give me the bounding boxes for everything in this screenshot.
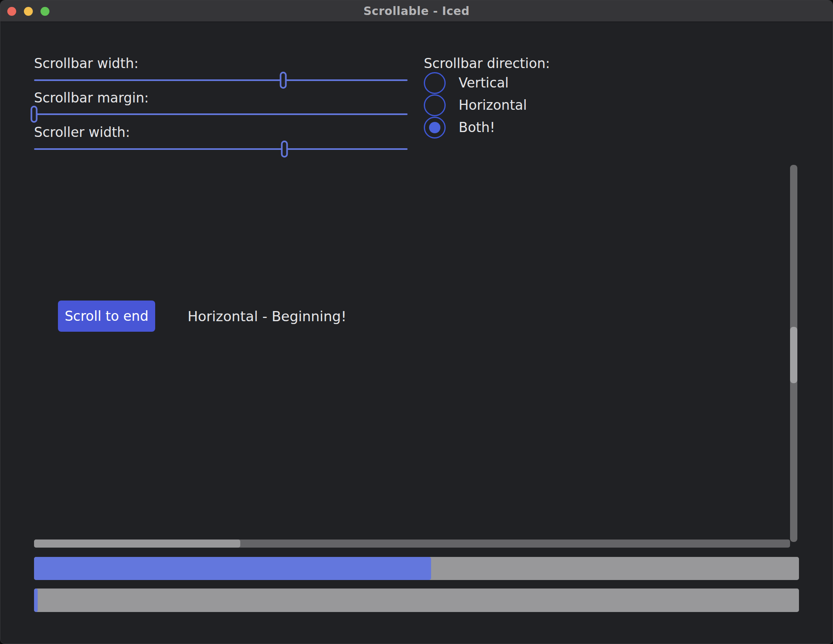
scroller-width-slider[interactable] (34, 140, 408, 158)
radio-circle[interactable] (424, 117, 446, 139)
scroll-to-end-button[interactable]: Scroll to end (58, 301, 155, 332)
minimize-icon[interactable] (24, 7, 33, 16)
vertical-scrollbar-thumb[interactable] (790, 327, 797, 383)
app-window: Scrollable - Iced Scrollbar width: Scrol… (0, 0, 833, 644)
radio-circle[interactable] (424, 72, 446, 94)
close-icon[interactable] (7, 7, 16, 16)
slider-rail[interactable] (34, 113, 408, 115)
slider-handle[interactable] (31, 106, 38, 123)
radio-circle[interactable] (424, 94, 446, 116)
slider-handle[interactable] (280, 72, 286, 89)
radio-horizontal[interactable]: Horizontal (424, 94, 527, 116)
scrollbar-width-slider[interactable] (34, 71, 408, 89)
vertical-progress-bar (34, 589, 799, 612)
radio-label: Vertical (459, 75, 509, 91)
horizontal-scrollbar-track[interactable] (34, 540, 790, 548)
radio-label: Both! (459, 119, 495, 135)
radio-label: Horizontal (459, 97, 527, 113)
radio-dot (429, 122, 440, 133)
scrollbar-margin-label: Scrollbar margin: (34, 90, 149, 106)
horizontal-progress-bar (34, 557, 799, 580)
slider-handle[interactable] (281, 141, 288, 158)
vertical-scrollbar-track[interactable] (790, 165, 797, 542)
traffic-lights (7, 7, 49, 16)
scroll-status-text: Horizontal - Beginning! (188, 301, 346, 332)
horizontal-scrollbar-thumb[interactable] (34, 540, 240, 548)
progress-fill (34, 589, 38, 612)
slider-rail[interactable] (34, 148, 408, 150)
window-title: Scrollable - Iced (363, 4, 470, 18)
scrollbar-width-label: Scrollbar width: (34, 55, 139, 71)
radio-vertical[interactable]: Vertical (424, 72, 509, 94)
radio-both[interactable]: Both! (424, 116, 495, 139)
zoom-icon[interactable] (41, 7, 49, 16)
titlebar: Scrollable - Iced (0, 0, 833, 22)
scrollbar-direction-label: Scrollbar direction: (424, 55, 550, 71)
scrollbar-margin-slider[interactable] (34, 105, 408, 123)
progress-fill (34, 557, 431, 580)
scroller-width-label: Scroller width: (34, 124, 130, 140)
slider-rail[interactable] (34, 79, 408, 81)
